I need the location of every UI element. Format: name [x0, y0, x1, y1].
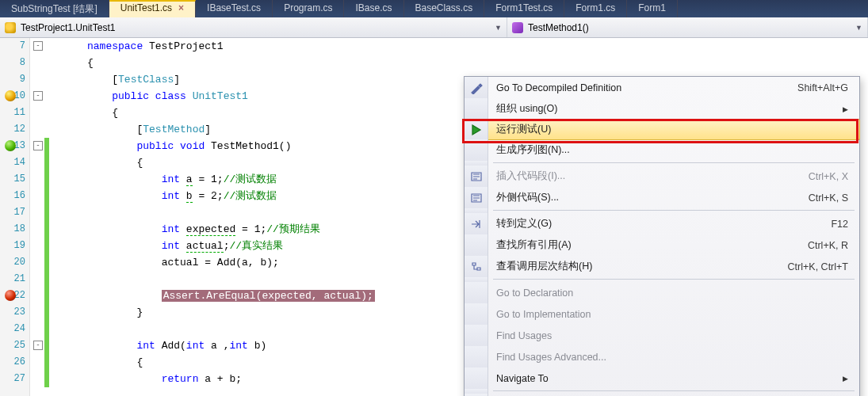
- code-line[interactable]: public void TestMethod1(): [30, 138, 291, 154]
- menu-separator: [465, 277, 859, 282]
- document-tab[interactable]: Program.cs: [273, 0, 344, 17]
- menu-item-label: Find Usages: [488, 330, 848, 341]
- change-mark: [44, 321, 49, 337]
- line-number: 9: [0, 71, 30, 88]
- breakpoint-marker[interactable]: [5, 290, 16, 301]
- menu-item-shortcut: Ctrl+K, S: [809, 192, 848, 204]
- code-editor[interactable]: namespace TestProject1{ [TestClass] publ…: [0, 38, 868, 396]
- fold-toggle[interactable]: -: [33, 341, 43, 350]
- code-line[interactable]: [TestClass]: [30, 71, 180, 88]
- code-line[interactable]: {: [30, 105, 118, 121]
- document-tab[interactable]: IBase.cs: [344, 0, 403, 17]
- line-number: 14: [0, 154, 30, 171]
- line-number: 27: [0, 371, 30, 387]
- submenu-arrow-icon: ▶: [843, 105, 848, 113]
- change-mark: [44, 371, 49, 387]
- menu-item[interactable]: 外侧代码(S)...Ctrl+K, S: [465, 187, 859, 208]
- menu-item[interactable]: Navigate To▶: [465, 367, 859, 389]
- menu-item: 插入代码段(I)...Ctrl+K, X: [465, 166, 859, 187]
- change-mark: [44, 188, 49, 204]
- code-line[interactable]: int expected = 1;//预期结果: [30, 221, 320, 238]
- code-line[interactable]: [30, 321, 87, 337]
- line-number: 7: [0, 38, 30, 55]
- code-line[interactable]: int actual;//真实结果: [30, 238, 283, 254]
- code-line[interactable]: [30, 204, 87, 221]
- tree-icon: [470, 261, 483, 273]
- change-mark: [44, 138, 49, 154]
- document-tab[interactable]: Form1Test.cs: [484, 0, 564, 17]
- fold-toggle[interactable]: -: [33, 41, 43, 51]
- code-line[interactable]: Assert.AreEqual(expected, actual);: [30, 287, 375, 304]
- menu-item-label: Find Usages Advanced...: [488, 352, 848, 363]
- nav-bar: TestProject1.UnitTest1 ▼ TestMethod1() ▼: [0, 17, 868, 38]
- line-number: 20: [0, 254, 30, 271]
- menu-item-label: 外侧代码(S)...: [488, 191, 796, 204]
- document-tab[interactable]: BaseClass.cs: [404, 0, 485, 17]
- code-line[interactable]: [TestMethod]: [30, 121, 211, 138]
- line-number: 24: [0, 321, 30, 337]
- chevron-down-icon: ▼: [855, 24, 862, 32]
- menu-item[interactable]: 生成序列图(N)...: [465, 139, 859, 161]
- menu-item-shortcut: Ctrl+K, Ctrl+T: [788, 261, 848, 272]
- class-name: TestProject1.UnitTest1: [21, 22, 115, 33]
- class-dropdown[interactable]: TestProject1.UnitTest1 ▼: [0, 17, 507, 37]
- menu-item: Find Usages Advanced...: [465, 346, 859, 367]
- menu-item[interactable]: 转到定义(G)F12: [465, 213, 859, 234]
- line-number: 25: [0, 337, 30, 354]
- code-line[interactable]: int a = 1;//测试数据: [30, 171, 277, 188]
- change-mark: [44, 354, 49, 371]
- line-number: 19: [0, 238, 30, 254]
- menu-item: Find Usages: [465, 325, 859, 346]
- line-number: 8: [0, 55, 30, 71]
- menu-item[interactable]: 查看调用层次结构(H)Ctrl+K, Ctrl+T: [465, 256, 859, 277]
- code-line[interactable]: return a + b;: [30, 371, 242, 387]
- menu-item-label: Go to Implementation: [488, 309, 848, 320]
- change-mark: [44, 154, 49, 171]
- menu-item-label: 生成序列图(N)...: [488, 143, 848, 157]
- menu-item[interactable]: 查找所有引用(A)Ctrl+K, R: [465, 234, 859, 256]
- close-icon[interactable]: ×: [178, 2, 184, 13]
- change-mark: [44, 204, 49, 221]
- def-icon: [470, 218, 483, 230]
- change-mark: [44, 171, 49, 188]
- fold-toggle[interactable]: -: [33, 141, 43, 150]
- code-line[interactable]: namespace TestProject1: [30, 38, 224, 55]
- code-line[interactable]: {: [30, 55, 94, 71]
- context-menu: Go To Decompiled DefinitionShift+Alt+G组织…: [464, 76, 860, 396]
- menu-item[interactable]: Go To Decompiled DefinitionShift+Alt+G: [465, 77, 859, 98]
- code-line[interactable]: actual = Add(a, b);: [30, 254, 279, 271]
- line-number: 16: [0, 188, 30, 204]
- breakpoint-marker[interactable]: [5, 140, 16, 151]
- document-tab[interactable]: UnitTest1.cs×: [109, 0, 196, 17]
- document-tab[interactable]: SubStringTest [结果]: [0, 0, 109, 17]
- menu-item[interactable]: 组织 using(O)▶: [465, 98, 859, 120]
- line-number: 15: [0, 171, 30, 188]
- menu-item-shortcut: Ctrl+K, R: [808, 240, 848, 251]
- menu-item-shortcut: Shift+Alt+G: [797, 82, 848, 93]
- document-tab[interactable]: Form1.cs: [564, 0, 627, 17]
- document-tab[interactable]: IBaseTest.cs: [196, 0, 273, 17]
- change-mark: [44, 337, 49, 354]
- line-number: 18: [0, 221, 30, 238]
- code-line[interactable]: int b = 2;//测试数据: [30, 188, 277, 204]
- menu-item-label: Navigate To: [488, 373, 843, 384]
- code-line[interactable]: int Add(int a ,int b): [30, 337, 266, 354]
- menu-item-shortcut: Ctrl+K, X: [809, 171, 848, 182]
- breakpoint-marker[interactable]: [5, 90, 16, 101]
- fold-toggle[interactable]: -: [33, 91, 43, 101]
- document-tab[interactable]: Form1: [627, 0, 678, 17]
- member-dropdown[interactable]: TestMethod1() ▼: [507, 17, 868, 37]
- code-line[interactable]: [30, 271, 87, 287]
- menu-item-label: 查找所有引用(A): [488, 238, 795, 252]
- line-number: 17: [0, 204, 30, 221]
- snip-icon: [470, 170, 483, 183]
- line-number: 11: [0, 105, 30, 121]
- code-line[interactable]: public class UnitTest1: [30, 88, 248, 105]
- class-icon: [5, 22, 16, 33]
- line-number: 12: [0, 121, 30, 138]
- menu-separator: [465, 161, 859, 166]
- change-mark: [44, 271, 49, 287]
- menu-item: Go to Implementation: [465, 303, 859, 325]
- menu-item[interactable]: 运行测试(U): [464, 119, 860, 140]
- line-number: 21: [0, 271, 30, 287]
